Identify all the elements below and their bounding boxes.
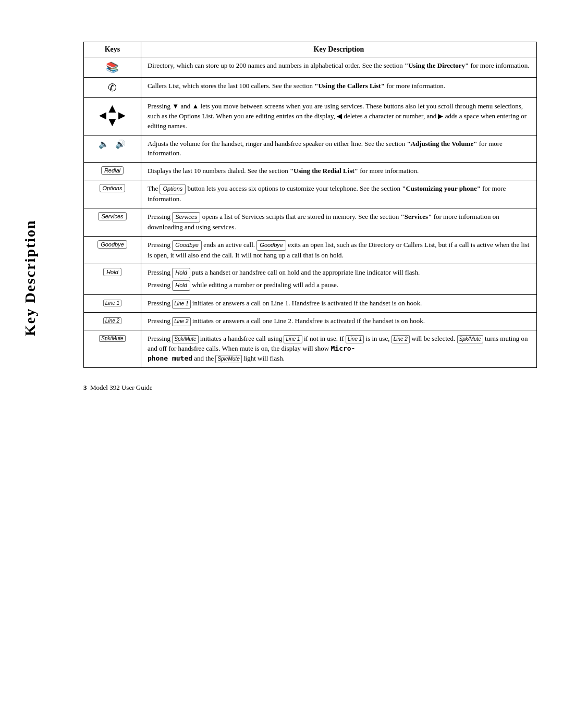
table-row: Services Pressing Services opens a list … [84, 208, 537, 236]
key-options: Options [84, 180, 141, 208]
desc-callers: Callers List, which stores the last 100 … [141, 78, 536, 98]
table-row: 📚 Directory, which can store up to 200 n… [84, 57, 537, 78]
options-button-icon: Options [100, 184, 126, 192]
key-line2: Line 2 [84, 313, 141, 330]
footer-text: Model 392 User Guide [90, 384, 153, 391]
desc-services: Pressing Services opens a list of Servic… [141, 208, 536, 236]
footer: 3 Model 392 User Guide [83, 384, 521, 392]
desc-redial: Displays the last 10 numbers dialed. See… [141, 163, 536, 180]
desc-options: The Options button lets you access six o… [141, 180, 536, 208]
table-row: Line 1 Pressing Line 1 initiates or answ… [84, 295, 537, 313]
table-row: Redial Displays the last 10 numbers dial… [84, 163, 537, 180]
table-row: Goodbye Pressing Goodbye ends an active … [84, 236, 537, 264]
line2-button-icon: Line 2 [103, 317, 121, 324]
key-redial: Redial [84, 163, 141, 180]
spkmute-button-icon: Spk/Mute [99, 335, 125, 342]
book-icon: 📚 [106, 61, 119, 73]
key-book: 📚 [84, 57, 141, 78]
callers-icon: ✆ [108, 82, 117, 93]
col-desc-header: Key Description [141, 42, 536, 57]
desc-nav: Pressing ▼ and ▲ lets you move between s… [141, 98, 536, 135]
key-volume: 🔈 🔊 [84, 135, 141, 163]
sidebar-title: Key Description [22, 76, 38, 336]
col-keys-header: Keys [84, 42, 141, 57]
goodbye-button-icon: Goodbye [97, 240, 127, 249]
table-row: Hold Pressing Hold puts a handset or han… [84, 264, 537, 295]
desc-line1: Pressing Line 1 initiates or answers a c… [141, 295, 536, 313]
key-spkmute: Spk/Mute [84, 330, 141, 367]
desc-volume: Adjusts the volume for the handset, ring… [141, 135, 536, 163]
services-button-icon: Services [98, 212, 126, 220]
main-table: Keys Key Description 📚 Directory, which … [83, 42, 537, 368]
key-hold: Hold [84, 264, 141, 295]
page-number: 3 [83, 384, 87, 391]
desc-spkmute: Pressing Spk/Mute initiates a handsfree … [141, 330, 536, 367]
table-row: ◀ ▲ ▼ ▶ Pressing ▼ and ▲ lets you move b… [84, 98, 537, 135]
hold-button-icon: Hold [103, 268, 121, 276]
table-row: Options The Options button lets you acce… [84, 180, 537, 208]
key-line1: Line 1 [84, 295, 141, 313]
key-services: Services [84, 208, 141, 236]
desc-directory: Directory, which can store up to 200 nam… [141, 57, 536, 78]
table-row: Spk/Mute Pressing Spk/Mute initiates a h… [84, 330, 537, 367]
table-row: ✆ Callers List, which stores the last 10… [84, 78, 537, 98]
table-row: 🔈 🔊 Adjusts the volume for the handset, … [84, 135, 537, 163]
key-goodbye: Goodbye [84, 236, 141, 264]
line1-button-icon: Line 1 [103, 300, 121, 306]
redial-button-icon: Redial [101, 166, 124, 175]
key-nav: ◀ ▲ ▼ ▶ [84, 98, 141, 135]
page-wrapper: Key Description Keys Key Description 📚 D… [0, 0, 563, 728]
volume-icon: 🔈 🔊 [90, 139, 134, 149]
desc-goodbye: Pressing Goodbye ends an active call. Go… [141, 236, 536, 264]
desc-hold: Pressing Hold puts a handset or handsfre… [141, 264, 536, 295]
table-row: Line 2 Pressing Line 2 initiates or answ… [84, 313, 537, 330]
key-callers: ✆ [84, 78, 141, 98]
nav-arrows-icon: ◀ ▲ ▼ ▶ [90, 102, 134, 129]
desc-line2: Pressing Line 2 initiates or answers a c… [141, 313, 536, 330]
